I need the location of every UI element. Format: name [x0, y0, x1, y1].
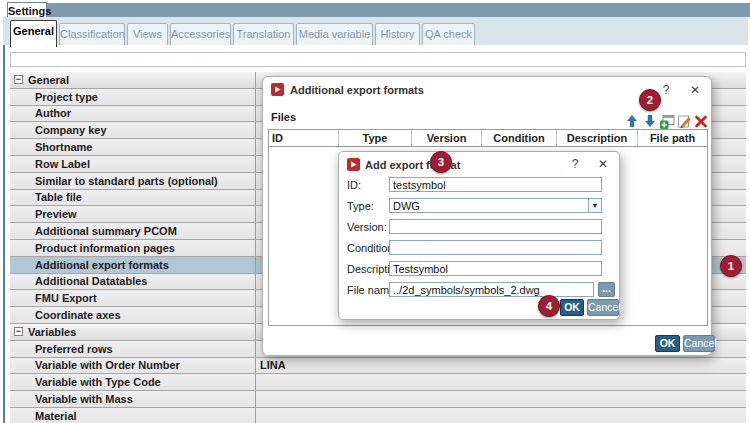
row-value: LINA [260, 359, 286, 371]
add-export-format-dialog: Add export format ? ✕ ID: Type: ▼ Versio… [338, 151, 620, 320]
settings-row[interactable]: Material [10, 408, 746, 423]
browse-button[interactable]: ... [598, 282, 615, 297]
close-button[interactable]: ✕ [595, 157, 611, 172]
settings-row[interactable]: Variable with Type Code [10, 374, 746, 391]
ok-button[interactable]: OK [560, 299, 584, 316]
chevron-down-icon[interactable]: ▼ [588, 199, 601, 212]
tab-qa-check[interactable]: QA check [422, 23, 475, 46]
version-label: Version: [347, 221, 387, 233]
tab-page-border [3, 45, 5, 423]
column-header-condition[interactable]: Condition [482, 130, 557, 146]
id-field[interactable] [389, 177, 602, 192]
tab-history[interactable]: History [375, 23, 420, 46]
cancel-button[interactable]: Cancel [683, 335, 715, 352]
annotation-circle-4: 4 [538, 295, 560, 317]
column-header-type[interactable]: Type [339, 130, 412, 146]
tab-general[interactable]: General [10, 20, 57, 47]
condition-field[interactable] [389, 240, 602, 255]
version-field[interactable] [389, 219, 602, 234]
close-button[interactable]: ✕ [687, 83, 703, 98]
ok-button[interactable]: OK [655, 335, 680, 352]
tab-accessories[interactable]: Accessories [170, 23, 231, 46]
type-combobox[interactable] [389, 198, 602, 213]
settings-row[interactable]: Variable with Mass [10, 391, 746, 408]
dialog-title: Additional export formats [290, 84, 424, 96]
tab-translation[interactable]: Translation [233, 23, 294, 46]
files-label: Files [271, 111, 296, 123]
collapse-icon[interactable]: − [14, 327, 23, 336]
file-name-field[interactable] [389, 282, 594, 297]
delete-icon[interactable] [693, 113, 709, 129]
settings-row[interactable]: Variable with Order Number LINA [10, 358, 746, 375]
tab-media-variable[interactable]: Media variable [296, 23, 373, 46]
type-label: Type: [347, 200, 374, 212]
tab-classification[interactable]: Classification [59, 23, 125, 46]
help-button[interactable]: ? [567, 157, 583, 172]
app-icon [347, 158, 360, 171]
filter-bar [10, 52, 746, 67]
column-header-version[interactable]: Version [412, 130, 482, 146]
column-header-file-path[interactable]: File path [638, 130, 707, 146]
annotation-circle-2: 2 [639, 89, 661, 111]
collapse-icon[interactable]: − [14, 75, 23, 84]
filter-input[interactable] [11, 53, 745, 66]
window-title-bar [45, 3, 750, 17]
move-down-icon[interactable] [642, 113, 658, 129]
annotation-circle-3: 3 [430, 151, 452, 173]
tab-views[interactable]: Views [127, 23, 168, 46]
cancel-button[interactable]: Cancel [587, 299, 619, 316]
edit-icon[interactable] [676, 113, 692, 129]
add-icon[interactable] [659, 113, 675, 129]
settings-window: Settings General Classification Views Ac… [0, 0, 750, 423]
app-icon [271, 83, 284, 96]
id-label: ID: [347, 179, 361, 191]
annotation-circle-1: 1 [720, 255, 742, 277]
column-header-id[interactable]: ID [269, 130, 339, 146]
files-table-header: ID Type Version Condition Description Fi… [269, 130, 707, 147]
column-header-description[interactable]: Description [557, 130, 638, 146]
move-up-icon[interactable] [624, 113, 640, 129]
description-field[interactable] [389, 261, 602, 276]
